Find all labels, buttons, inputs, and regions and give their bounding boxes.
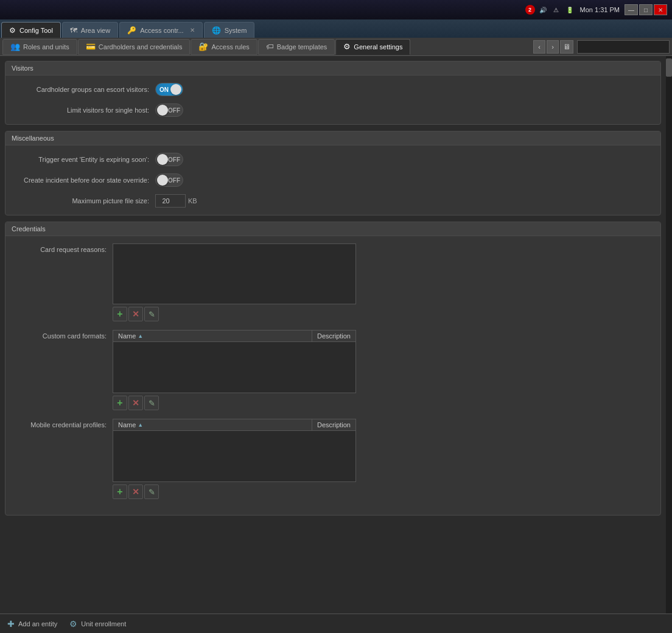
visitors-section-header: Visitors — [5, 61, 660, 75]
max-picture-input[interactable] — [155, 194, 186, 208]
limit-visitors-toggle[interactable]: OFF — [155, 103, 183, 117]
custom-formats-name-col-label: Name — [118, 332, 136, 340]
badge-icon: 🏷 — [266, 42, 274, 51]
mobile-profiles-name-col-label: Name — [118, 421, 136, 428]
nav-monitor-button[interactable]: 🖥 — [560, 40, 573, 54]
mobile-profiles-table-body[interactable] — [113, 430, 356, 482]
delete-icon: ✕ — [132, 309, 139, 319]
app-tab-area[interactable]: 🗺 Area view — [62, 22, 118, 38]
custom-formats-add-button[interactable]: + — [113, 396, 127, 410]
scrollbar-track[interactable] — [666, 56, 672, 614]
create-incident-row: Create incident before door state overri… — [15, 173, 651, 187]
card-request-add-button[interactable]: + — [113, 307, 127, 321]
taskbar-time: Mon 1:31 PM — [580, 6, 620, 13]
card-request-label: Card request reasons: — [15, 243, 107, 253]
create-incident-toggle[interactable]: OFF — [155, 173, 183, 187]
cardholder-escort-track[interactable]: ON — [155, 83, 183, 96]
mobile-profiles-toolbar: + ✕ ✎ — [113, 484, 356, 499]
cardholder-escort-row: Cardholder groups can escort visitors: O… — [15, 83, 651, 96]
mobile-add-icon: + — [117, 486, 122, 497]
nav-search-input[interactable] — [577, 40, 670, 54]
trigger-off-label: OFF — [168, 156, 180, 163]
card-request-toolbar: + ✕ ✎ — [113, 307, 356, 321]
custom-formats-name-col: Name ▲ — [113, 330, 312, 341]
card-request-listbox[interactable] — [113, 243, 356, 304]
tab-roles-label: Roles and units — [23, 43, 69, 51]
tab-general[interactable]: ⚙ General settings — [335, 39, 410, 55]
mobile-profiles-edit-button[interactable]: ✎ — [144, 484, 159, 499]
warning-icon: ⚠ — [551, 4, 562, 15]
custom-formats-edit-button[interactable]: ✎ — [144, 396, 159, 410]
monitor-icon: 🖥 — [563, 43, 570, 51]
tab-badge-label: Badge templates — [277, 43, 327, 51]
custom-formats-delete-button[interactable]: ✕ — [128, 396, 143, 410]
max-picture-row: Maximum picture file size: KB — [15, 194, 651, 208]
card-request-edit-button[interactable]: ✎ — [144, 307, 159, 321]
app-tab-access[interactable]: 🔑 Access contr... ✕ — [119, 22, 203, 38]
trigger-event-label: Trigger event 'Entity is expiring soon': — [15, 156, 149, 163]
misc-section: Miscellaneous Trigger event 'Entity is e… — [5, 131, 661, 215]
scroll-area[interactable]: Visitors Cardholder groups can escort vi… — [0, 56, 666, 614]
tab-roles[interactable]: 👥 Roles and units — [2, 39, 77, 55]
misc-title: Miscellaneous — [12, 135, 54, 142]
scrollbar-thumb[interactable] — [666, 58, 672, 77]
area-tab-icon: 🗺 — [70, 26, 77, 35]
app-tabs: ⚙ Config Tool 🗺 Area view 🔑 Access contr… — [0, 19, 672, 38]
area-tab-label: Area view — [81, 27, 110, 34]
credentials-section-body: Card request reasons: + ✕ ✎ — [5, 236, 660, 515]
taskbar-icons: 2 🔊 ⚠ 🔋 — [525, 4, 575, 15]
system-tab-label: System — [225, 27, 247, 34]
system-tab-icon: 🌐 — [212, 26, 221, 35]
tab-access-rules[interactable]: 🔐 Access rules — [191, 39, 257, 55]
trigger-event-knob — [157, 154, 168, 165]
limit-visitors-row: Limit visitors for single host: OFF — [15, 103, 651, 117]
maximize-button[interactable]: □ — [639, 4, 653, 15]
visitors-section: Visitors Cardholder groups can escort vi… — [5, 61, 661, 125]
add-entity-label: Add an entity — [18, 620, 57, 628]
access-tab-close[interactable]: ✕ — [190, 27, 195, 33]
mobile-profiles-label: Mobile credential profiles: — [15, 419, 107, 428]
tab-badge[interactable]: 🏷 Badge templates — [258, 39, 335, 55]
minimize-button[interactable]: — — [625, 4, 638, 15]
mobile-profiles-content: Name ▲ Description + — [113, 419, 356, 499]
formats-add-icon: + — [117, 397, 122, 408]
edit-icon: ✎ — [149, 310, 155, 319]
bottom-bar: ✚ Add an entity ⚙ Unit enrollment — [0, 614, 672, 633]
tab-general-label: General settings — [354, 43, 402, 51]
credentials-section: Credentials Card request reasons: + ✕ — [5, 222, 661, 516]
unit-enrollment-button[interactable]: ⚙ Unit enrollment — [69, 619, 126, 629]
mobile-edit-icon: ✎ — [149, 488, 155, 497]
window-controls: — □ ✕ — [625, 4, 667, 15]
config-tab-label: Config Tool — [19, 27, 53, 34]
formats-delete-icon: ✕ — [132, 398, 139, 408]
limit-visitors-knob — [157, 105, 168, 116]
mobile-profiles-desc-col: Description — [312, 419, 355, 430]
card-request-delete-button[interactable]: ✕ — [128, 307, 143, 321]
max-picture-label: Maximum picture file size: — [15, 197, 149, 205]
trigger-event-track[interactable]: OFF — [155, 153, 183, 166]
app-tab-system[interactable]: 🌐 System — [204, 22, 255, 38]
nav-arrows: ‹ › 🖥 — [533, 40, 670, 54]
tab-cardholders[interactable]: 💳 Cardholders and credentials — [78, 39, 191, 55]
mobile-profiles-add-button[interactable]: + — [113, 484, 127, 499]
app-tab-config[interactable]: ⚙ Config Tool — [1, 22, 61, 38]
credentials-section-header: Credentials — [5, 222, 660, 236]
taskbar: 2 🔊 ⚠ 🔋 Mon 1:31 PM — □ ✕ — [0, 0, 672, 19]
cardholder-escort-toggle[interactable]: ON — [155, 83, 183, 96]
create-incident-track[interactable]: OFF — [155, 173, 183, 187]
toggle-on-label: ON — [159, 86, 169, 93]
add-entity-button[interactable]: ✚ Add an entity — [7, 619, 57, 629]
tab-cardholders-label: Cardholders and credentials — [99, 43, 183, 51]
nav-tabs: 👥 Roles and units 💳 Cardholders and cred… — [0, 38, 672, 56]
trigger-event-toggle[interactable]: OFF — [155, 153, 183, 166]
mobile-profiles-field: Mobile credential profiles: Name ▲ Descr… — [15, 419, 651, 499]
close-button[interactable]: ✕ — [654, 4, 667, 15]
limit-visitors-track[interactable]: OFF — [155, 103, 183, 117]
cardholder-escort-label: Cardholder groups can escort visitors: — [15, 86, 149, 93]
nav-next-button[interactable]: › — [547, 40, 559, 54]
custom-formats-table-body[interactable] — [113, 341, 356, 393]
mobile-profiles-delete-button[interactable]: ✕ — [128, 484, 143, 499]
nav-prev-button[interactable]: ‹ — [533, 40, 545, 54]
unit-enrollment-label: Unit enrollment — [81, 620, 126, 628]
misc-section-header: Miscellaneous — [5, 131, 660, 145]
